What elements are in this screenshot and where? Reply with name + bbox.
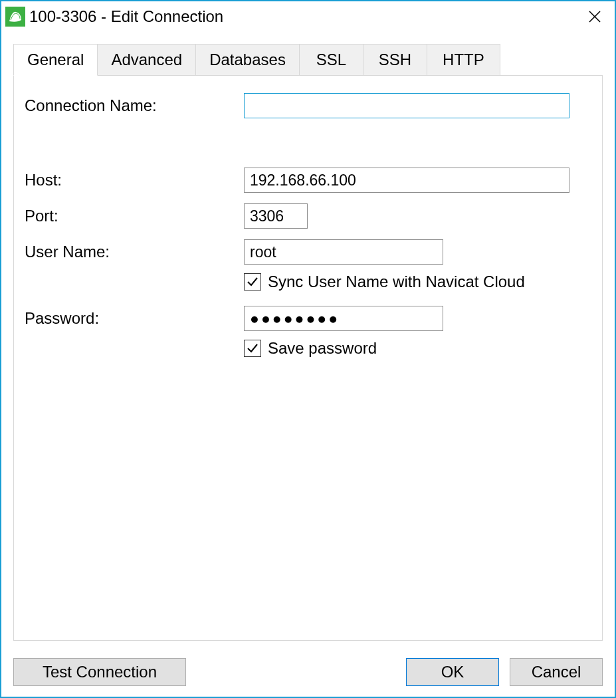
save-password-checkbox[interactable]: [244, 340, 261, 357]
sync-cloud-label: Sync User Name with Navicat Cloud: [268, 273, 525, 291]
sync-cloud-checkbox[interactable]: [244, 273, 261, 291]
tab-panel-general: Connection Name: Host: Port: User Name:: [13, 75, 603, 641]
tab-general[interactable]: General: [13, 44, 98, 76]
tab-advanced[interactable]: Advanced: [98, 44, 196, 76]
app-icon: [5, 7, 25, 27]
connection-name-input[interactable]: [244, 93, 569, 118]
user-name-label: User Name:: [25, 243, 244, 261]
tab-ssh[interactable]: SSH: [363, 44, 427, 76]
test-connection-button[interactable]: Test Connection: [13, 658, 186, 686]
ok-button[interactable]: OK: [406, 658, 499, 686]
save-password-label: Save password: [268, 339, 377, 358]
row-port: Port:: [25, 203, 591, 229]
tab-http[interactable]: HTTP: [427, 44, 500, 76]
dialog-footer: Test Connection OK Cancel: [1, 649, 615, 697]
checkmark-icon: [246, 275, 259, 289]
row-sync-cloud: Sync User Name with Navicat Cloud: [244, 273, 591, 291]
cancel-button[interactable]: Cancel: [510, 658, 603, 686]
tab-bar: General Advanced Databases SSL SSH HTTP: [13, 44, 603, 76]
password-input[interactable]: [244, 306, 443, 331]
port-label: Port:: [25, 207, 244, 225]
port-input[interactable]: [244, 203, 308, 229]
dialog-content: General Advanced Databases SSL SSH HTTP …: [1, 32, 615, 649]
row-password: Password:: [25, 306, 591, 331]
connection-name-label: Connection Name:: [25, 96, 244, 115]
password-label: Password:: [25, 309, 244, 328]
host-label: Host:: [25, 171, 244, 189]
titlebar: 100-3306 - Edit Connection: [1, 1, 615, 32]
tab-databases[interactable]: Databases: [196, 44, 300, 76]
row-user: User Name:: [25, 239, 591, 265]
edit-connection-dialog: 100-3306 - Edit Connection General Advan…: [0, 0, 616, 698]
close-button[interactable]: [581, 3, 608, 30]
row-connection-name: Connection Name:: [25, 93, 591, 118]
window-title: 100-3306 - Edit Connection: [29, 7, 581, 26]
host-input[interactable]: [244, 168, 569, 193]
row-save-password: Save password: [244, 339, 591, 358]
tab-ssl[interactable]: SSL: [300, 44, 363, 76]
checkmark-icon: [246, 342, 259, 355]
user-name-input[interactable]: [244, 239, 443, 265]
close-icon: [588, 10, 601, 23]
row-host: Host:: [25, 168, 591, 193]
